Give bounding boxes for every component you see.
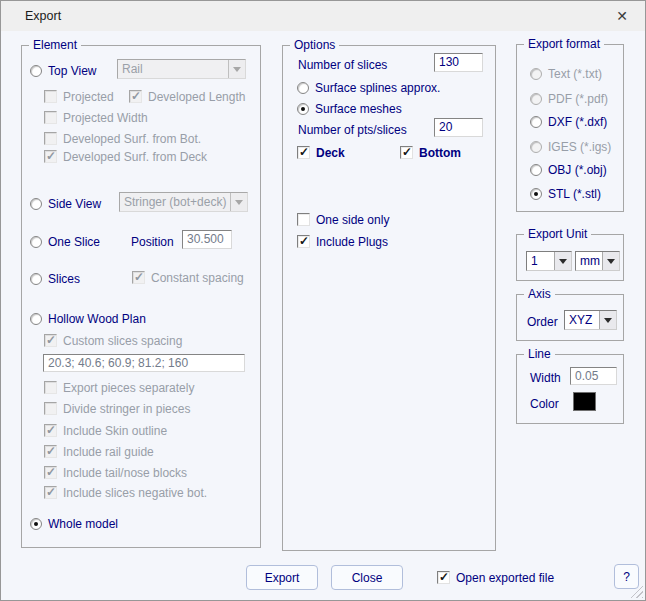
format-iges-radio xyxy=(530,141,542,153)
format-stl-label: STL (*.stl) xyxy=(548,187,601,201)
format-obj-label: OBJ (*.obj) xyxy=(548,163,607,177)
one-slice-label: One Slice xyxy=(48,235,100,249)
include-tail-checkbox xyxy=(44,466,57,479)
element-group: Element Top View Rail Projected Develope… xyxy=(21,45,261,548)
element-group-title: Element xyxy=(29,39,81,52)
format-pdf-label: PDF (*.pdf) xyxy=(548,92,608,106)
chevron-down-icon xyxy=(554,252,571,270)
options-group: Options Number of slices 130 Surface spl… xyxy=(282,45,496,551)
export-unit-group-title: Export Unit xyxy=(524,228,591,241)
cb-row-one-side: One side only xyxy=(297,212,389,227)
top-view-dropdown-value: Rail xyxy=(118,60,228,78)
axis-order-label: Order xyxy=(527,315,558,329)
projected-label: Projected xyxy=(63,90,114,104)
line-color-swatch[interactable] xyxy=(573,392,596,411)
side-view-radio[interactable] xyxy=(30,198,42,210)
export-format-group: Export format Text (*.txt) PDF (*.pdf) D… xyxy=(516,44,624,212)
side-view-dropdown-value: Stringer (bot+deck) xyxy=(120,193,230,211)
cb-row-include-skin: Include Skin outline xyxy=(44,423,167,438)
num-slices-label: Number of slices xyxy=(298,58,387,72)
whole-model-radio[interactable] xyxy=(30,518,42,530)
chevron-down-icon xyxy=(230,193,247,211)
cb-row-projected-width: Projected Width xyxy=(44,110,148,125)
radio-row-iges: IGES (*.igs) xyxy=(530,139,611,154)
line-width-field: 0.05 xyxy=(570,367,617,385)
include-plugs-checkbox[interactable] xyxy=(297,235,310,248)
axis-order-dropdown[interactable]: XYZ xyxy=(564,310,617,330)
line-color-label-row: Color xyxy=(530,396,559,411)
close-button[interactable]: ✕ xyxy=(607,4,637,28)
constant-spacing-label: Constant spacing xyxy=(151,271,244,285)
cb-row-constant-spacing: Constant spacing xyxy=(132,270,244,285)
line-width-label: Width xyxy=(530,371,561,385)
cb-row-include-neg: Include slices negative bot. xyxy=(44,485,207,500)
radio-row-meshes: Surface meshes xyxy=(297,101,402,116)
bottom-checkbox[interactable] xyxy=(400,146,413,159)
export-format-group-title: Export format xyxy=(524,38,604,51)
format-stl-radio[interactable] xyxy=(530,188,542,200)
close-button-label: Close xyxy=(352,571,383,585)
slices-label: Slices xyxy=(48,272,80,286)
custom-spacing-label: Custom slices spacing xyxy=(63,334,182,348)
top-view-radio[interactable] xyxy=(30,65,42,77)
format-pdf-radio xyxy=(530,93,542,105)
dialog-body: Element Top View Rail Projected Develope… xyxy=(1,31,645,600)
chevron-down-icon xyxy=(228,60,245,78)
include-skin-checkbox xyxy=(44,424,57,437)
cb-row-divide-stringer: Divide stringer in pieces xyxy=(44,401,190,416)
export-dialog: Export ✕ Element Top View Rail Projected xyxy=(0,0,646,601)
cb-row-projected: Projected xyxy=(44,89,114,104)
radio-row-one-slice: One Slice xyxy=(30,234,100,249)
unit-scale-dropdown[interactable]: 1 xyxy=(526,251,572,271)
developed-length-checkbox xyxy=(129,90,142,103)
cb-row-export-pieces: Export pieces separately xyxy=(44,380,194,395)
options-group-title: Options xyxy=(290,39,339,52)
one-slice-radio[interactable] xyxy=(30,236,42,248)
top-view-dropdown: Rail xyxy=(117,59,246,79)
cb-row-developed-length: Developed Length xyxy=(129,89,245,104)
cb-row-bottom: Bottom xyxy=(400,145,461,160)
position-label: Position xyxy=(131,235,174,249)
export-pieces-label: Export pieces separately xyxy=(63,381,194,395)
developed-surf-bot-checkbox xyxy=(44,132,57,145)
radio-row-obj: OBJ (*.obj) xyxy=(530,162,607,177)
num-slices-field[interactable]: 130 xyxy=(434,53,483,72)
resize-grip[interactable] xyxy=(631,586,643,598)
spacing-values-field: 20.3; 40.6; 60.9; 81.2; 160 xyxy=(43,354,245,372)
surface-meshes-radio[interactable] xyxy=(297,103,309,115)
deck-checkbox[interactable] xyxy=(297,146,310,159)
surface-splines-radio[interactable] xyxy=(297,82,309,94)
format-dxf-radio[interactable] xyxy=(530,116,542,128)
slices-radio[interactable] xyxy=(30,273,42,285)
radio-row-side-view: Side View xyxy=(30,196,101,211)
custom-spacing-checkbox xyxy=(44,334,57,347)
include-rail-checkbox xyxy=(44,445,57,458)
pts-field[interactable]: 20 xyxy=(434,118,483,137)
open-exported-checkbox[interactable] xyxy=(437,571,450,584)
unit-scale-value: 1 xyxy=(527,252,554,270)
format-obj-radio[interactable] xyxy=(530,164,542,176)
axis-group: Axis Order XYZ xyxy=(516,294,624,341)
export-button[interactable]: Export xyxy=(246,565,318,590)
developed-surf-deck-checkbox xyxy=(44,150,57,163)
pts-label-row: Number of pts/slices xyxy=(298,122,407,137)
include-neg-checkbox xyxy=(44,486,57,499)
close-button-footer[interactable]: Close xyxy=(331,565,403,590)
developed-surf-bot-label: Developed Surf. from Bot. xyxy=(63,132,201,146)
cb-row-deck: Deck xyxy=(297,145,345,160)
whole-model-label: Whole model xyxy=(48,517,118,531)
include-neg-label: Include slices negative bot. xyxy=(63,486,207,500)
unit-value: mm xyxy=(576,252,602,270)
line-group-title: Line xyxy=(524,348,555,361)
unit-dropdown[interactable]: mm xyxy=(575,251,620,271)
close-icon: ✕ xyxy=(616,8,628,24)
radio-row-pdf: PDF (*.pdf) xyxy=(530,91,608,106)
hollow-wood-plan-label: Hollow Wood Plan xyxy=(48,312,146,326)
axis-order-label-row: Order xyxy=(527,314,558,329)
developed-surf-deck-label: Developed Surf. from Deck xyxy=(63,150,207,164)
open-exported-label: Open exported file xyxy=(456,571,554,585)
format-dxf-label: DXF (*.dxf) xyxy=(548,115,607,129)
line-width-label-row: Width xyxy=(530,370,561,385)
one-side-checkbox[interactable] xyxy=(297,213,310,226)
hollow-wood-plan-radio[interactable] xyxy=(30,313,42,325)
